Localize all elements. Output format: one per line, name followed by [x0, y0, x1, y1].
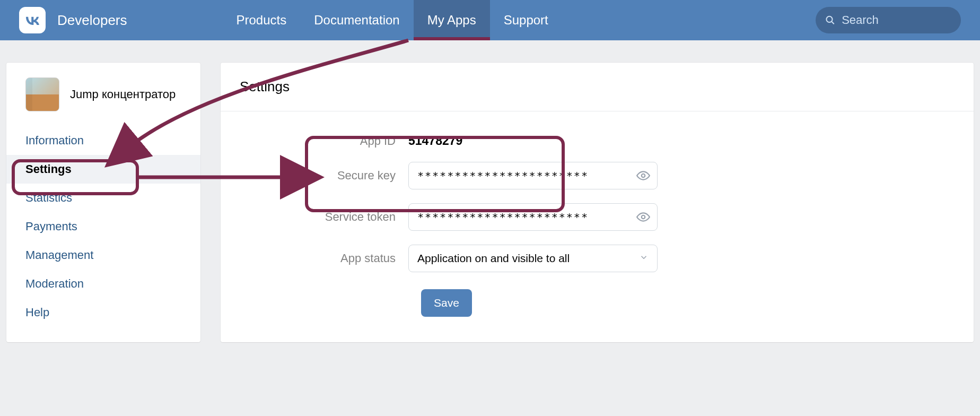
row-app-id: App ID 51478279	[240, 134, 955, 148]
nav-products[interactable]: Products	[223, 0, 301, 40]
settings-form: App ID 51478279 Secure key Service token	[221, 111, 974, 342]
search-icon	[825, 14, 835, 26]
sidebar-item-help[interactable]: Help	[6, 298, 200, 327]
sidebar-item-statistics[interactable]: Statistics	[6, 184, 200, 212]
row-secure-key: Secure key	[240, 162, 955, 189]
secure-key-wrap	[408, 162, 658, 189]
app-status-value: Application on and visible to all	[417, 252, 570, 265]
brand-label[interactable]: Developers	[57, 12, 127, 29]
main-header: Settings	[221, 63, 974, 111]
nav-support[interactable]: Support	[490, 0, 562, 40]
label-app-status: App status	[240, 252, 408, 265]
app-status-select[interactable]: Application on and visible to all	[408, 245, 658, 272]
sidebar: Jump концентратор Information Settings S…	[6, 63, 200, 342]
page-title: Settings	[240, 79, 955, 95]
svg-point-2	[642, 174, 645, 178]
chevron-down-icon	[639, 252, 649, 265]
app-block[interactable]: Jump концентратор	[6, 63, 200, 126]
vk-icon	[23, 11, 42, 30]
svg-point-3	[642, 215, 645, 219]
value-app-id: 51478279	[408, 134, 462, 148]
sidebar-item-payments[interactable]: Payments	[6, 212, 200, 241]
main-panel: Settings App ID 51478279 Secure key Serv…	[221, 63, 974, 342]
reveal-service-token-button[interactable]	[636, 210, 650, 224]
brand-block: Developers	[19, 7, 127, 33]
eye-icon	[636, 210, 650, 224]
sidebar-item-settings[interactable]: Settings	[6, 155, 200, 184]
label-app-id: App ID	[240, 134, 408, 148]
topbar: Developers Products Documentation My App…	[0, 0, 980, 40]
secure-key-input[interactable]	[408, 162, 658, 189]
vk-logo-icon[interactable]	[19, 7, 46, 33]
svg-point-0	[826, 16, 832, 22]
reveal-secure-key-button[interactable]	[636, 169, 650, 183]
topnav: Products Documentation My Apps Support	[223, 0, 562, 40]
content: Jump концентратор Information Settings S…	[0, 40, 980, 342]
row-service-token: Service token	[240, 203, 955, 231]
eye-icon	[636, 169, 650, 183]
sidebar-item-moderation[interactable]: Moderation	[6, 270, 200, 298]
save-button[interactable]: Save	[421, 289, 472, 317]
service-token-wrap	[408, 203, 658, 231]
app-name: Jump концентратор	[70, 86, 176, 102]
search-input[interactable]	[842, 13, 951, 27]
search-box[interactable]	[816, 7, 961, 33]
nav-my-apps[interactable]: My Apps	[414, 0, 490, 40]
side-nav: Information Settings Statistics Payments…	[6, 126, 200, 339]
app-icon	[25, 77, 59, 111]
row-app-status: App status Application on and visible to…	[240, 245, 955, 272]
sidebar-item-management[interactable]: Management	[6, 241, 200, 270]
nav-documentation[interactable]: Documentation	[300, 0, 413, 40]
label-service-token: Service token	[240, 210, 408, 224]
service-token-input[interactable]	[408, 203, 658, 231]
label-secure-key: Secure key	[240, 169, 408, 183]
sidebar-item-information[interactable]: Information	[6, 126, 200, 155]
svg-line-1	[832, 21, 834, 24]
